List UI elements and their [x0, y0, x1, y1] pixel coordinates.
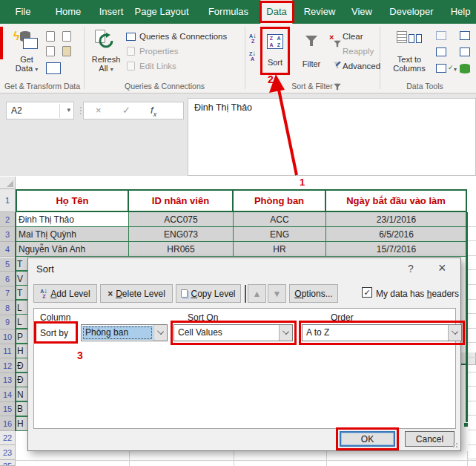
move-up-button[interactable]: ▲ — [248, 284, 266, 303]
name-box-dropdown-icon[interactable]: ▾ — [67, 106, 70, 114]
name-box[interactable]: A2 ▾ — [6, 102, 74, 119]
row-header-16[interactable]: 16 — [0, 416, 16, 431]
tab-insert[interactable]: Insert — [99, 0, 124, 24]
row-header-13[interactable]: 13 — [0, 373, 16, 387]
existing-connections-icon[interactable] — [62, 46, 71, 56]
caret-down-icon[interactable]: ▾ — [454, 66, 457, 73]
row-header-15[interactable]: 15 — [0, 402, 16, 416]
add-level-button[interactable]: A↓Z Add Level — [33, 284, 97, 303]
tab-view[interactable]: View — [351, 0, 372, 24]
formula-input[interactable]: Đinh Thị Thảo — [188, 98, 476, 176]
cell-c4[interactable]: HR — [234, 242, 326, 257]
flash-fill-icon[interactable] — [436, 31, 446, 40]
help-icon[interactable]: ? — [408, 263, 414, 275]
relationships-icon[interactable] — [460, 47, 470, 56]
tab-page-layout[interactable]: Page Layout — [134, 0, 188, 24]
row-header-4[interactable]: 4 — [0, 242, 16, 257]
tab-developer[interactable]: Developer — [389, 0, 433, 24]
filter-label[interactable]: Filter — [303, 59, 320, 68]
recent-sources-icon[interactable] — [62, 31, 71, 42]
sort-ascending-icon[interactable]: A↓ Z — [249, 33, 257, 44]
resize-grip[interactable] — [452, 442, 459, 449]
sort-descending-icon[interactable]: Z↓ A — [249, 50, 256, 62]
row-header-23[interactable]: 23 — [0, 445, 16, 460]
tab-home[interactable]: Home — [56, 0, 82, 24]
cell-a13-partial[interactable]: Đ — [17, 375, 27, 385]
cell-d2[interactable]: 23/1/2016 — [326, 212, 467, 227]
cell-c3[interactable]: ENG — [234, 227, 326, 242]
text-to-columns-label[interactable]: Text toColumns — [393, 55, 425, 73]
cancel-entry-icon[interactable]: × — [96, 105, 102, 116]
cell-a7-partial[interactable]: T — [17, 288, 27, 298]
cell-a2-active[interactable]: Đinh Thị Thảo — [16, 212, 129, 227]
delete-level-button[interactable]: × Delete Level — [100, 284, 173, 303]
get-data-label[interactable]: Get Data ▾ — [16, 55, 38, 73]
enter-entry-icon[interactable]: ✓ — [122, 105, 130, 116]
cell-a4[interactable]: Nguyễn Văn Anh — [16, 242, 129, 257]
insert-function-icon[interactable]: fx — [151, 105, 156, 118]
cell-a15-partial[interactable]: B — [17, 404, 27, 414]
close-icon[interactable]: × — [438, 260, 446, 276]
cell-b4[interactable]: HR065 — [129, 242, 234, 257]
row-header-8[interactable]: 8 — [0, 301, 16, 315]
cell-a10-partial[interactable]: P — [17, 332, 27, 342]
manage-data-model-icon[interactable] — [460, 64, 470, 73]
from-text-csv-icon[interactable] — [46, 31, 55, 42]
consolidate-icon[interactable] — [460, 31, 470, 40]
copy-level-button[interactable]: Copy Level — [176, 284, 241, 303]
row-header-14[interactable]: 14 — [0, 387, 16, 402]
cell-d1[interactable]: Ngày bắt đầu vào làm — [326, 189, 467, 212]
row-header-6[interactable]: 6 — [0, 272, 16, 286]
select-all-corner[interactable] — [0, 177, 16, 189]
advanced-button[interactable]: Advanced — [343, 62, 380, 70]
reapply-button[interactable]: Reapply — [343, 47, 374, 56]
data-validation-icon[interactable] — [436, 64, 446, 73]
refresh-all-label[interactable]: Refresh All ▾ — [92, 55, 121, 73]
cell-a16-partial[interactable]: H — [17, 419, 27, 429]
row-header-2[interactable]: 2 — [0, 212, 16, 227]
cell-d3[interactable]: 6/5/2016 — [326, 227, 467, 242]
cell-c1[interactable]: Phòng ban — [234, 189, 326, 212]
row-header-5[interactable]: 5 — [0, 257, 16, 272]
cell-a11-partial[interactable]: H — [17, 346, 27, 356]
row-header-11[interactable]: 11 — [0, 344, 16, 358]
my-data-has-headers-checkbox[interactable]: ✓ — [362, 287, 372, 298]
cell-a1[interactable]: Họ Tên — [16, 189, 129, 212]
properties-button[interactable]: Properties — [139, 47, 178, 56]
from-table-range-icon[interactable] — [46, 62, 61, 74]
row-header-12[interactable]: 12 — [0, 358, 16, 373]
cell-b3[interactable]: ENG073 — [129, 227, 234, 242]
cell-b2[interactable]: ACC075 — [129, 212, 234, 227]
queries-connections-button[interactable]: Queries & Connections — [139, 32, 227, 41]
from-web-icon[interactable] — [46, 46, 55, 56]
cell-a14-partial[interactable]: N — [17, 390, 27, 400]
cell-c2[interactable]: ACC — [234, 212, 326, 227]
get-data-button[interactable]: ϟ — [13, 30, 39, 52]
cell-b1[interactable]: ID nhân viên — [129, 189, 234, 212]
edit-links-button[interactable]: Edit Links — [139, 62, 176, 70]
row-header-7[interactable]: 7 — [0, 286, 16, 301]
cell-a3[interactable]: Mai Thị Quỳnh — [16, 227, 129, 242]
row-header-10[interactable]: 10 — [0, 329, 16, 344]
clear-button[interactable]: Clear — [343, 32, 363, 41]
row-header-9[interactable]: 9 — [0, 315, 16, 329]
options-button[interactable]: Options... — [289, 284, 338, 303]
refresh-all-button[interactable] — [95, 30, 117, 52]
cell-a8-partial[interactable]: L — [17, 303, 27, 313]
row-header-1[interactable]: 1 — [0, 189, 16, 212]
cell-a5-partial[interactable]: T — [17, 259, 27, 269]
remove-duplicates-icon[interactable] — [436, 47, 446, 56]
cell-d4[interactable]: 15/7/2016 — [326, 242, 467, 257]
tab-formulas[interactable]: Formulas — [208, 0, 248, 24]
row-header-3[interactable]: 3 — [0, 227, 16, 242]
filter-icon[interactable] — [305, 36, 317, 42]
cell-a6-partial[interactable]: V — [17, 274, 27, 284]
cell-a12-partial[interactable]: Đ — [17, 361, 27, 371]
tab-help[interactable]: Help — [451, 0, 471, 24]
row-header-22[interactable]: 22 — [0, 431, 16, 445]
sort-by-column-select[interactable]: Phòng ban — [81, 324, 168, 341]
tab-review[interactable]: Review — [304, 0, 336, 24]
column-dropdown-button[interactable] — [153, 325, 167, 341]
cell-a9-partial[interactable]: L — [17, 317, 27, 327]
tab-file[interactable]: File — [16, 0, 31, 24]
